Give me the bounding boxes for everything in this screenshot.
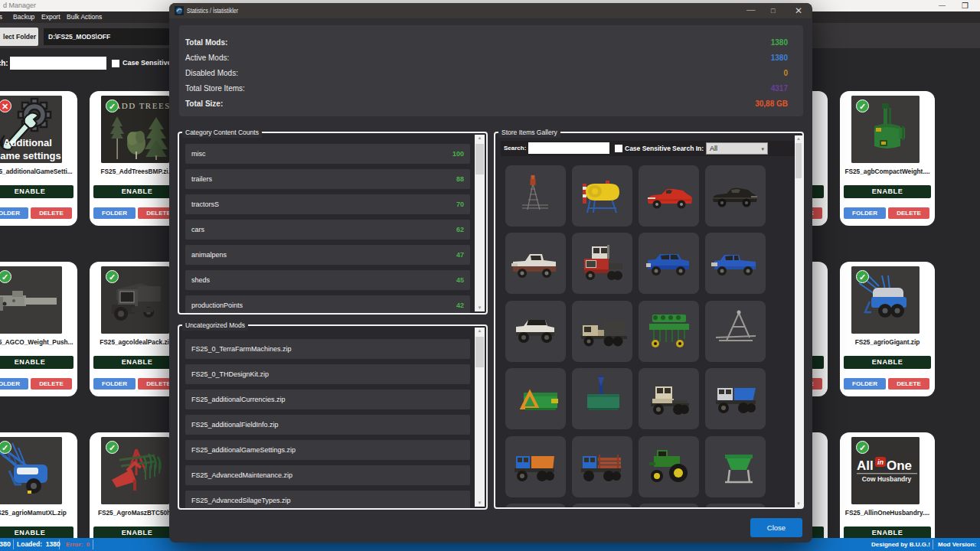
svg-text:One: One (887, 458, 912, 473)
svg-text:Cow Husbandry: Cow Husbandry (862, 475, 912, 483)
svg-text:in: in (877, 458, 884, 466)
svg-text:ADD TREES: ADD TREES (114, 101, 169, 110)
svg-text:All: All (857, 458, 874, 473)
svg-text:game settings: game settings (0, 150, 61, 161)
svg-text:Additional: Additional (3, 137, 52, 148)
